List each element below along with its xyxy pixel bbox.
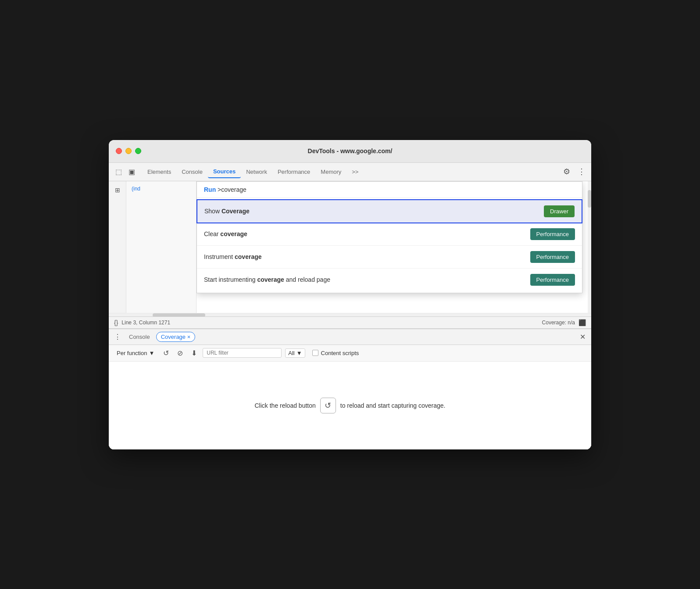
tab-performance[interactable]: Performance (272, 166, 315, 178)
drawer-tab-bar: ⋮ Console Coverage × ✕ (109, 329, 591, 345)
command-palette: Run >coverage Show Coverage (196, 181, 582, 293)
main-toolbar: ⬚ ▣ Elements Console Sources Network Per… (109, 163, 591, 181)
command-item-text: Show Coverage (204, 208, 250, 215)
command-item-instrument-coverage[interactable]: Instrument coverage Performance (197, 246, 582, 269)
filter-label: All (288, 350, 294, 356)
file-tree-item[interactable]: (ind (130, 185, 193, 193)
command-item-text: Instrument coverage (204, 253, 262, 260)
toolbar-right: ⚙ ⋮ (561, 165, 588, 178)
drawer-close-icon[interactable]: ✕ (577, 331, 588, 342)
command-item-text: Start instrumenting coverage and reload … (204, 276, 330, 283)
devtools-container: ⬚ ▣ Elements Console Sources Network Per… (109, 163, 591, 449)
minimize-button[interactable] (125, 148, 132, 154)
command-item-show-coverage[interactable]: Show Coverage Drawer (196, 199, 582, 223)
drawer-tab-console[interactable]: Console (125, 332, 154, 342)
coverage-status: Coverage: n/a (542, 320, 575, 326)
badge-performance-2[interactable]: Performance (530, 251, 575, 263)
clear-coverage-icon[interactable]: ⊘ (175, 348, 185, 358)
tab-console[interactable]: Console (176, 166, 208, 178)
device-icon[interactable]: ▣ (125, 165, 138, 178)
sidebar-left: ⊞ (109, 181, 126, 313)
screen-icon[interactable]: ⬛ (579, 319, 586, 326)
tab-network[interactable]: Network (241, 166, 272, 178)
per-function-dropdown[interactable]: Per function ▼ (114, 349, 157, 357)
traffic-lights (116, 148, 141, 154)
url-filter-input[interactable] (203, 348, 282, 358)
per-function-label: Per function (117, 350, 147, 356)
tab-memory[interactable]: Memory (315, 166, 346, 178)
tab-elements[interactable]: Elements (142, 166, 176, 178)
tab-more[interactable]: >> (346, 166, 364, 178)
code-panel: – – – – (196, 181, 591, 313)
file-tree-panel: (ind (126, 181, 196, 313)
dropdown-arrow-icon: ▼ (149, 350, 154, 356)
scrollbar-horizontal[interactable] (109, 313, 591, 316)
reload-coverage-icon[interactable]: ↺ (161, 348, 171, 358)
download-coverage-icon[interactable]: ⬇ (189, 348, 199, 358)
command-item-clear-coverage[interactable]: Clear coverage Performance (197, 223, 582, 246)
drawer-toolbar: Per function ▼ ↺ ⊘ ⬇ All ▼ Content scrip… (109, 345, 591, 362)
toolbar-icons: ⬚ ▣ (112, 165, 138, 178)
title-bar: DevTools - www.google.com/ (109, 140, 591, 163)
devtools-window: DevTools - www.google.com/ ⬚ ▣ Elements … (109, 140, 591, 449)
drawer-content: Click the reload button ↺ to reload and … (109, 362, 591, 449)
filter-arrow-icon: ▼ (296, 350, 302, 356)
badge-performance-3[interactable]: Performance (530, 274, 575, 286)
reload-msg-before: Click the reload button (254, 402, 315, 409)
source-panel: ⊞ (ind – – (109, 181, 591, 313)
status-position: Line 3, Column 1271 (121, 320, 170, 326)
command-input-row: Run >coverage (197, 182, 582, 198)
format-icon[interactable]: {} (114, 319, 118, 326)
command-item-text: Clear coverage (204, 230, 247, 237)
settings-icon[interactable]: ⚙ (561, 165, 573, 178)
reload-icon-button[interactable]: ↺ (320, 398, 336, 413)
reload-message: Click the reload button ↺ to reload and … (254, 398, 445, 413)
more-options-icon[interactable]: ⋮ (575, 165, 588, 178)
content-scripts-label: Content scripts (321, 350, 359, 356)
tab-sources[interactable]: Sources (208, 165, 241, 178)
close-button[interactable] (116, 148, 122, 154)
cursor-icon[interactable]: ⬚ (112, 165, 125, 178)
maximize-button[interactable] (135, 148, 141, 154)
command-run-label: Run (204, 186, 216, 193)
status-right: Coverage: n/a ⬛ (542, 319, 586, 326)
command-query-text[interactable]: >coverage (218, 186, 246, 193)
command-overlay: Run >coverage Show Coverage (196, 181, 591, 313)
main-area: ⊞ (ind – – (109, 181, 591, 449)
status-left: {} Line 3, Column 1271 (114, 319, 170, 326)
command-item-start-instrument-coverage[interactable]: Start instrumenting coverage and reload … (197, 269, 582, 291)
command-items: Show Coverage Drawer Clear coverage (197, 198, 582, 293)
tab-bar: Elements Console Sources Network Perform… (142, 165, 560, 178)
window-title: DevTools - www.google.com/ (308, 147, 393, 154)
badge-performance-1[interactable]: Performance (530, 228, 575, 240)
drawer-tab-coverage[interactable]: Coverage × (156, 332, 196, 342)
status-bar: {} Line 3, Column 1271 Coverage: n/a ⬛ (109, 316, 591, 329)
content-scripts-row: Content scripts (312, 350, 359, 356)
drawer: ⋮ Console Coverage × ✕ Per function ▼ ↺ … (109, 329, 591, 449)
filter-dropdown[interactable]: All ▼ (285, 348, 305, 358)
badge-drawer[interactable]: Drawer (544, 205, 575, 217)
content-scripts-checkbox[interactable] (312, 350, 318, 356)
toggle-sidebar-icon[interactable]: ⊞ (112, 185, 123, 195)
reload-msg-after: to reload and start capturing coverage. (340, 402, 446, 409)
drawer-menu-icon[interactable]: ⋮ (112, 331, 123, 342)
